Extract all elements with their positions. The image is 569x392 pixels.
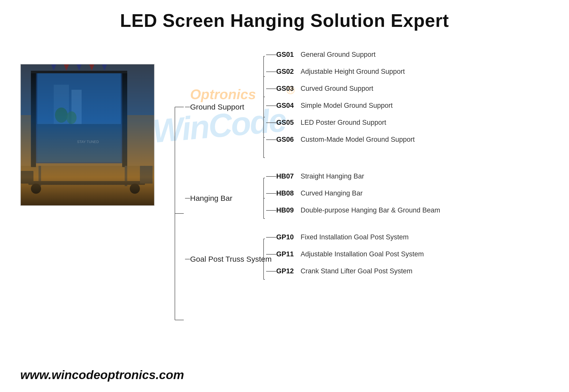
svg-rect-15 xyxy=(125,166,127,186)
tree-container: Ground Support xyxy=(170,44,549,381)
svg-rect-16 xyxy=(28,181,145,185)
item-gs05: GS05 LED Poster Ground Support xyxy=(266,114,415,131)
svg-rect-3 xyxy=(36,72,122,163)
svg-rect-12 xyxy=(122,71,127,167)
group-label-hanging-bar: Hanging Bar xyxy=(190,194,232,203)
svg-rect-4 xyxy=(37,73,121,162)
svg-point-9 xyxy=(55,108,68,123)
svg-marker-22 xyxy=(51,64,56,71)
outer-bracket: Ground Support xyxy=(170,46,549,381)
svg-rect-19 xyxy=(21,171,33,184)
item-gs03: GS03 Curved Ground Support xyxy=(266,80,415,97)
svg-rect-14 xyxy=(39,166,41,186)
svg-rect-5 xyxy=(37,73,121,124)
led-photo: STAY TUNED xyxy=(20,64,155,206)
main-content: STAY TUNED xyxy=(0,39,569,391)
svg-marker-23 xyxy=(64,64,69,71)
gs-items: GS01 General Ground Support GS02 Adjusta… xyxy=(266,46,415,168)
item-gs06: GS06 Custom-Made Model Ground Support xyxy=(266,131,415,148)
svg-rect-11 xyxy=(31,71,36,167)
gs-bracket-svg xyxy=(256,46,266,168)
groups-list: Ground Support xyxy=(185,46,440,381)
item-hb09: HB09 Double-purpose Hanging Bar & Ground… xyxy=(266,202,440,219)
item-hb07: HB07 Straight Hanging Bar xyxy=(266,168,440,185)
gp-bracket-svg xyxy=(256,229,266,290)
group-label-ground-support: Ground Support xyxy=(190,103,244,111)
outer-vert-bracket xyxy=(170,46,185,381)
svg-marker-24 xyxy=(77,64,82,71)
svg-rect-2 xyxy=(21,166,155,206)
svg-text:STAY TUNED: STAY TUNED xyxy=(77,140,99,144)
item-gs01: GS01 General Ground Support xyxy=(266,46,415,63)
svg-rect-8 xyxy=(71,90,82,124)
group-goal-post: Goal Post Truss System GP10 xyxy=(185,229,440,290)
item-gs02: GS02 Adjustable Height Ground Support xyxy=(266,63,415,80)
item-gp10: GP10 Fixed Installation Goal Post System xyxy=(266,229,424,246)
gp-items: GP10 Fixed Installation Goal Post System… xyxy=(266,229,424,290)
item-gp11: GP11 Adjustable Installation Goal Post S… xyxy=(266,246,424,263)
svg-rect-7 xyxy=(54,85,69,124)
svg-rect-6 xyxy=(37,124,121,162)
group-hanging-bar: Hanging Bar HB07 xyxy=(185,168,440,229)
item-gs04: GS04 Simple Model Ground Support xyxy=(266,97,415,114)
led-photo-svg: STAY TUNED xyxy=(21,64,155,206)
hb-bracket-svg xyxy=(256,168,266,229)
item-gp12: GP12 Crank Stand Lifter Goal Post System xyxy=(266,263,424,280)
outer-bracket-svg xyxy=(170,46,185,381)
left-image-panel: STAY TUNED xyxy=(20,64,155,206)
svg-rect-20 xyxy=(140,166,153,184)
svg-rect-0 xyxy=(21,64,155,206)
svg-rect-1 xyxy=(21,64,155,115)
page-title: LED Screen Hanging Solution Expert xyxy=(0,0,569,39)
svg-point-10 xyxy=(66,111,77,124)
svg-marker-25 xyxy=(89,64,94,71)
website-footer: www.wincodeoptronics.com xyxy=(20,368,184,382)
svg-point-18 xyxy=(130,184,140,194)
hb-items: HB07 Straight Hanging Bar HB08 Curved Ha… xyxy=(266,168,440,229)
svg-point-17 xyxy=(31,184,41,194)
item-hb08: HB08 Curved Hanging Bar xyxy=(266,185,440,202)
group-ground-support: Ground Support xyxy=(185,46,440,168)
svg-marker-26 xyxy=(102,64,107,71)
svg-rect-13 xyxy=(31,71,127,73)
